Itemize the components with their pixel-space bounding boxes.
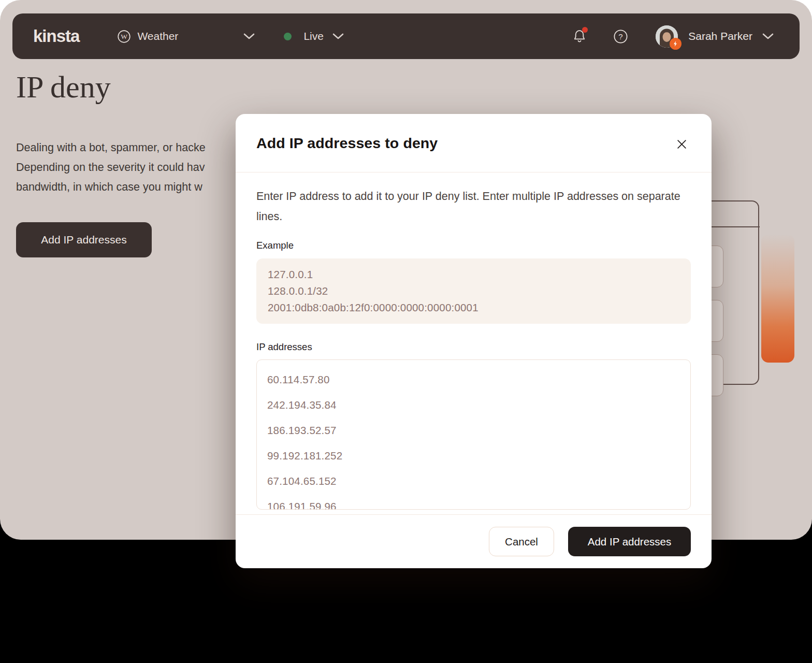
submit-add-ip-button[interactable]: Add IP addresses (568, 527, 691, 556)
example-label: Example (256, 240, 691, 251)
live-status-dot (284, 33, 292, 40)
description-line: Depending on the severity it could hav (16, 157, 206, 177)
lightning-badge-icon (670, 38, 682, 50)
notification-dot (582, 27, 588, 33)
modal-body: Enter IP address to add it to your IP de… (236, 172, 712, 510)
help-icon[interactable]: ? (614, 30, 628, 44)
chevron-down-icon[interactable] (243, 33, 255, 39)
kinsta-logo: kinsta (33, 26, 79, 46)
site-selector-label[interactable]: Weather (137, 30, 178, 42)
wordpress-icon: W (118, 30, 130, 43)
environment-selector-label[interactable]: Live (303, 30, 324, 42)
chevron-down-icon[interactable] (332, 33, 344, 39)
modal-title: Add IP addresses to deny (256, 135, 691, 152)
chevron-down-icon[interactable] (762, 33, 774, 39)
example-line: 2001:0db8:0a0b:12f0:0000:0000:0000:0001 (268, 299, 679, 316)
modal-footer: Cancel Add IP addresses (236, 514, 712, 568)
svg-text:W: W (121, 33, 128, 40)
ip-addresses-label: IP addresses (256, 341, 691, 353)
ip-addresses-input[interactable]: 60.114.57.80 242.194.35.84 186.193.52.57… (256, 359, 691, 510)
close-icon[interactable] (673, 137, 690, 153)
modal-description: Enter IP address to add it to your IP de… (256, 186, 691, 227)
screen: kinsta W Weather Live ? (0, 0, 812, 663)
example-line: 128.0.0.1/32 (268, 283, 679, 299)
notifications-button[interactable] (573, 29, 586, 44)
user-menu-label[interactable]: Sarah Parker (688, 30, 752, 42)
example-line: 127.0.0.1 (268, 266, 679, 283)
description-line: Dealing with a bot, spammer, or hacke (16, 138, 206, 157)
cancel-button[interactable]: Cancel (489, 527, 554, 556)
description-line: bandwidth, in which case you might w (16, 177, 206, 197)
svg-text:?: ? (619, 32, 623, 40)
backdrop-gradient-pill (761, 234, 794, 363)
page-description: Dealing with a bot, spammer, or hacke De… (16, 138, 206, 197)
page-title: IP deny (16, 69, 111, 105)
example-box: 127.0.0.1 128.0.0.1/32 2001:0db8:0a0b:12… (256, 258, 691, 324)
add-ip-addresses-button[interactable]: Add IP addresses (16, 222, 152, 257)
modal-header: Add IP addresses to deny (236, 114, 712, 172)
user-avatar[interactable] (656, 25, 678, 48)
top-navbar: kinsta W Weather Live ? (12, 13, 800, 59)
add-ip-modal: Add IP addresses to deny Enter IP addres… (236, 114, 712, 568)
